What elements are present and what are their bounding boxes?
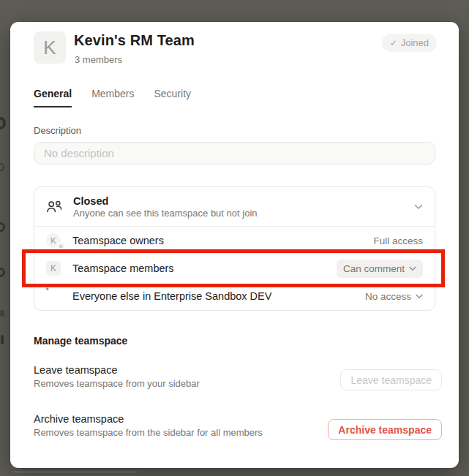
chevron-down-icon	[409, 266, 416, 271]
chevron-down-icon	[416, 294, 423, 299]
members-avatar-letter: K	[46, 261, 61, 276]
description-input[interactable]	[34, 142, 435, 165]
members-access-dropdown[interactable]: Can comment	[337, 260, 423, 278]
background-fragment	[0, 268, 5, 277]
permission-row-members: K Teamspace members Can comment	[34, 254, 435, 282]
background-fragment	[0, 163, 4, 171]
background-fragment	[1, 335, 4, 344]
background-fragment	[0, 222, 5, 232]
background-fragment	[0, 310, 4, 317]
settings-tabs: General Members Security	[34, 88, 191, 107]
background-fragment	[0, 117, 6, 129]
workspace-logo-icon: ✦	[46, 290, 64, 303]
joined-button[interactable]: ✓ Joined	[382, 34, 437, 52]
teamspace-avatar: K	[34, 31, 66, 64]
people-icon	[46, 200, 64, 214]
leave-teamspace-title: Leave teamspace	[34, 364, 117, 376]
archive-teamspace-subtitle: Removes teamspace from the sidebar for a…	[34, 427, 263, 438]
access-level-subtitle: Anyone can see this teamspace but not jo…	[73, 208, 414, 219]
owners-avatar-badge: K	[57, 242, 65, 250]
page-title: Kevin's RM Team	[74, 32, 195, 49]
everyone-row-label: Everyone else in Enterprise Sandbox DEV	[72, 290, 365, 302]
leave-teamspace-button[interactable]: Leave teamspace	[340, 369, 442, 390]
owners-row-label: Teamspace owners	[72, 235, 373, 246]
access-level-text: Closed Anyone can see this teamspace but…	[73, 194, 414, 219]
access-level-title: Closed	[73, 194, 414, 208]
access-level-dropdown[interactable]: Closed Anyone can see this teamspace but…	[34, 187, 435, 227]
teamspace-settings-dialog: K Kevin's RM Team 3 members ✓ Joined Gen…	[10, 22, 459, 468]
members-row-label: Teamspace members	[72, 262, 337, 274]
everyone-access-label: No access	[365, 291, 411, 302]
owners-access-level: Full access	[373, 235, 423, 246]
check-icon: ✓	[390, 38, 397, 48]
owners-avatar: K K	[46, 233, 64, 248]
permissions-card: Closed Anyone can see this teamspace but…	[34, 186, 435, 311]
chevron-down-icon	[414, 204, 423, 210]
tab-general[interactable]: General	[34, 88, 72, 107]
manage-teamspace-heading: Manage teamspace	[34, 335, 127, 347]
members-avatar: K	[46, 261, 64, 276]
tab-security[interactable]: Security	[154, 88, 192, 107]
member-count: 3 members	[75, 54, 122, 65]
joined-label: Joined	[401, 37, 429, 48]
archive-teamspace-button[interactable]: Archive teamspace	[328, 419, 442, 440]
archive-teamspace-title: Archive teamspace	[34, 413, 124, 425]
permission-row-owners: K K Teamspace owners Full access	[34, 227, 435, 254]
members-access-label: Can comment	[343, 263, 405, 274]
description-label: Description	[34, 125, 81, 136]
everyone-access-dropdown[interactable]: No access	[365, 291, 423, 302]
sparkle-icon: ✦	[45, 286, 50, 292]
background-fragment	[13, 471, 138, 473]
tab-members[interactable]: Members	[91, 88, 134, 107]
leave-teamspace-subtitle: Removes teamspace from your sidebar	[34, 378, 200, 389]
permission-row-everyone: ✦ Everyone else in Enterprise Sandbox DE…	[34, 282, 435, 310]
